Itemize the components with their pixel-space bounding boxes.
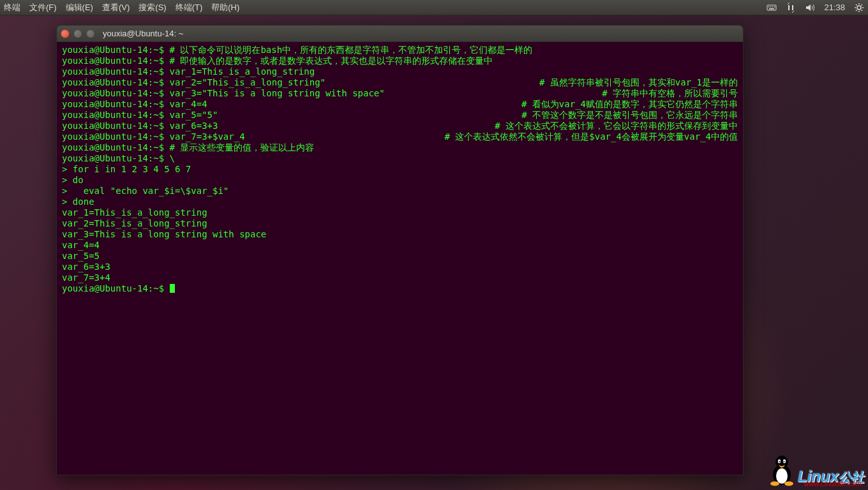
cursor-icon xyxy=(170,284,175,293)
top-menubar: 终端 文件(F) 编辑(E) 查看(V) 搜索(S) 终端(T) 帮助(H) 2… xyxy=(0,0,868,15)
terminal-line: > done xyxy=(62,197,738,207)
terminal-line: > eval "echo var_$i=\$var_$i" xyxy=(62,186,738,197)
svg-line-11 xyxy=(856,4,857,6)
penguin-icon xyxy=(767,453,797,486)
terminal-output: var_1=This_is_a_long_string xyxy=(62,207,738,218)
watermark-logo: Linux公社 www.Linuxidc.com xyxy=(767,453,864,486)
svg-point-21 xyxy=(783,461,784,462)
svg-rect-4 xyxy=(774,6,775,8)
svg-point-6 xyxy=(857,6,861,10)
svg-rect-1 xyxy=(768,6,770,8)
svg-point-22 xyxy=(770,482,779,486)
app-name: 终端 xyxy=(4,2,20,13)
network-icon[interactable] xyxy=(786,3,796,13)
terminal-body[interactable]: youxia@Ubuntu-14:~$ # 以下命令可以说明在bash中，所有的… xyxy=(57,42,743,475)
svg-point-23 xyxy=(784,482,793,486)
terminal-line: youxia@Ubuntu-14:~$ # 以下命令可以说明在bash中，所有的… xyxy=(62,45,738,56)
watermark-url: www.Linuxidc.com xyxy=(804,480,862,487)
terminal-prompt: youxia@Ubuntu-14:~$ xyxy=(62,283,738,294)
window-title: youxia@Ubuntu-14: ~ xyxy=(103,29,183,38)
terminal-output: var_2=This_is_a_long_string xyxy=(62,218,738,229)
maximize-icon[interactable] xyxy=(86,29,95,38)
terminal-line: youxia@Ubuntu-14:~$ var_1=This_is_a_long… xyxy=(62,66,738,77)
menu-terminal[interactable]: 终端(T) xyxy=(176,2,203,13)
clock[interactable]: 21:38 xyxy=(824,3,845,12)
terminal-line: > do xyxy=(62,175,738,186)
minimize-icon[interactable] xyxy=(73,29,82,38)
terminal-line: youxia@Ubuntu-14:~$ var_6=3+3# 这个表达式不会被计… xyxy=(62,121,738,131)
menu-file[interactable]: 文件(F) xyxy=(29,2,57,13)
terminal-output: var_6=3+3 xyxy=(62,262,738,272)
svg-line-12 xyxy=(862,10,863,11)
terminal-line: youxia@Ubuntu-14:~$ var_4=4# 看似为var_4赋值的… xyxy=(62,99,738,110)
svg-rect-2 xyxy=(770,6,772,8)
terminal-output: var_4=4 xyxy=(62,240,738,251)
menu-help[interactable]: 帮助(H) xyxy=(211,2,239,13)
terminal-output: var_7=3+4 xyxy=(62,272,738,283)
svg-rect-0 xyxy=(767,5,776,10)
terminal-line: youxia@Ubuntu-14:~$ # 显示这些变量的值，验证以上内容 xyxy=(62,142,738,153)
terminal-line: > for i in 1 2 3 4 5 6 7 xyxy=(62,164,738,175)
volume-icon[interactable] xyxy=(805,3,815,13)
terminal-line: youxia@Ubuntu-14:~$ var_7=3+$var_4# 这个表达… xyxy=(62,131,738,142)
terminal-line: youxia@Ubuntu-14:~$ # 即使输入的是数字，或者是数学表达式，… xyxy=(62,56,738,66)
menu-search[interactable]: 搜索(S) xyxy=(138,2,166,13)
svg-point-19 xyxy=(779,461,780,462)
svg-point-16 xyxy=(776,468,788,484)
keyboard-icon[interactable] xyxy=(767,3,777,13)
terminal-line: youxia@Ubuntu-14:~$ \ xyxy=(62,153,738,164)
close-icon[interactable] xyxy=(61,29,70,38)
terminal-line: youxia@Ubuntu-14:~$ var_3="This is a lon… xyxy=(62,88,738,99)
terminal-output: var_3=This is a long string with space xyxy=(62,229,738,240)
menu-view[interactable]: 查看(V) xyxy=(102,2,130,13)
svg-line-13 xyxy=(856,10,857,11)
terminal-line: youxia@Ubuntu-14:~$ var_5="5"# 不管这个数字是不是… xyxy=(62,110,738,121)
gear-icon[interactable] xyxy=(854,3,864,13)
svg-rect-3 xyxy=(772,6,774,8)
menu-edit[interactable]: 编辑(E) xyxy=(66,2,93,13)
svg-rect-5 xyxy=(769,8,774,10)
terminal-output: var_5=5 xyxy=(62,251,738,262)
terminal-line: youxia@Ubuntu-14:~$ var_2="This_is_a_lon… xyxy=(62,77,738,88)
svg-line-14 xyxy=(862,4,863,6)
terminal-window: youxia@Ubuntu-14: ~ youxia@Ubuntu-14:~$ … xyxy=(56,25,744,475)
window-titlebar[interactable]: youxia@Ubuntu-14: ~ xyxy=(57,26,743,42)
